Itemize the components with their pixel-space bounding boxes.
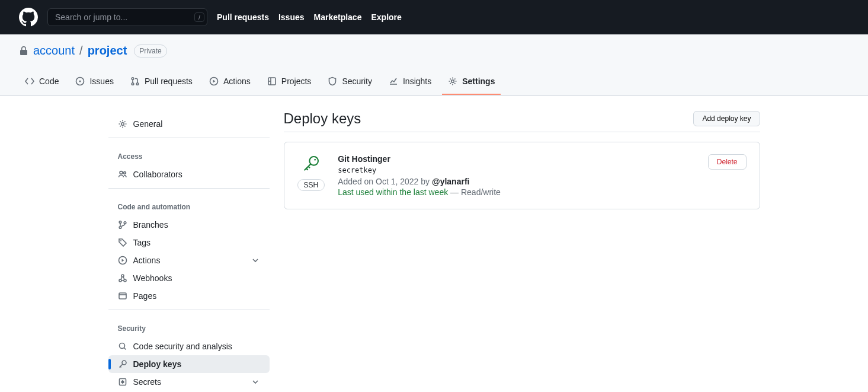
tag-icon	[118, 238, 127, 247]
repo-tabs: Code Issues Pull requests Actions Projec…	[0, 72, 868, 95]
svg-rect-19	[119, 293, 126, 299]
sidebar-item-deploy-keys[interactable]: Deploy keys	[108, 355, 270, 373]
tab-label: Settings	[462, 77, 495, 86]
svg-point-11	[119, 221, 121, 224]
deploy-key-author[interactable]: @ylanarfi	[432, 177, 469, 186]
deploy-key-icon-column: SSH	[297, 154, 325, 191]
settings-layout: General Access Collaborators Code and au…	[108, 110, 760, 392]
tab-insights[interactable]: Insights	[383, 72, 437, 95]
svg-point-18	[124, 279, 126, 282]
deploy-key-card: SSH Git Hostinger secretkey Added on Oct…	[284, 142, 760, 209]
svg-point-4	[136, 83, 139, 85]
sidebar-item-label: Pages	[133, 291, 157, 301]
page-title: Deploy keys	[284, 110, 694, 127]
tab-settings[interactable]: Settings	[442, 72, 501, 95]
svg-point-10	[123, 172, 126, 174]
access-level: Read/write	[461, 187, 501, 197]
svg-point-23	[309, 157, 318, 165]
sidebar-item-label: General	[133, 119, 163, 129]
meta-date: Oct 1, 2022	[376, 177, 418, 186]
webhook-icon	[118, 273, 127, 283]
tab-projects[interactable]: Projects	[261, 72, 318, 95]
sidebar-item-label: Deploy keys	[133, 359, 182, 369]
lock-icon	[19, 46, 28, 56]
tab-security[interactable]: Security	[322, 72, 378, 95]
search-shortcut-badge: /	[194, 12, 204, 22]
deploy-key-status: Last used within the last week — Read/wr…	[338, 187, 695, 197]
chevron-down-icon	[251, 377, 260, 387]
sidebar-heading-automation: Code and automation	[108, 193, 270, 216]
github-logo-icon[interactable]	[19, 8, 38, 27]
svg-point-14	[120, 240, 121, 241]
key-icon	[302, 154, 321, 173]
svg-point-2	[132, 78, 134, 80]
tab-pull-requests[interactable]: Pull requests	[124, 72, 198, 95]
sidebar-item-label: Tags	[133, 238, 151, 247]
sidebar-item-code-security[interactable]: Code security and analysis	[108, 337, 270, 355]
sidebar-item-branches[interactable]: Branches	[108, 216, 270, 234]
svg-point-17	[119, 279, 121, 282]
sidebar-item-pages[interactable]: Pages	[108, 287, 270, 305]
sidebar-item-webhooks[interactable]: Webhooks	[108, 269, 270, 287]
nav-pull-requests[interactable]: Pull requests	[217, 12, 269, 22]
gear-icon	[448, 77, 457, 86]
last-used-text: Last used within the last week	[338, 187, 448, 197]
svg-point-9	[120, 171, 123, 174]
chevron-down-icon	[251, 256, 260, 265]
tab-actions[interactable]: Actions	[203, 72, 257, 95]
deploy-key-body: Git Hostinger secretkey Added on Oct 1, …	[338, 154, 695, 197]
sidebar-item-tags[interactable]: Tags	[108, 234, 270, 251]
tab-label: Security	[342, 77, 372, 86]
global-nav: Pull requests Issues Marketplace Explore	[217, 12, 402, 22]
svg-point-8	[121, 123, 124, 126]
sidebar-item-label: Collaborators	[133, 170, 182, 179]
breadcrumb-separator: /	[79, 44, 83, 58]
code-icon	[25, 77, 34, 86]
repo-header: account / project Private Code Issues Pu…	[0, 34, 868, 96]
sidebar-item-label: Code security and analysis	[133, 342, 232, 351]
project-icon	[267, 77, 277, 86]
global-header: / Pull requests Issues Marketplace Explo…	[0, 0, 868, 34]
svg-point-16	[121, 275, 124, 277]
tab-issues[interactable]: Issues	[69, 72, 119, 95]
deploy-key-added-meta: Added on Oct 1, 2022 by @ylanarfi	[338, 177, 695, 186]
key-icon	[118, 359, 127, 369]
settings-content: Deploy keys Add deploy key SSH Git Hosti…	[284, 110, 760, 392]
repo-name-link[interactable]: project	[88, 44, 127, 58]
sidebar-item-label: Secrets	[133, 377, 161, 387]
tab-label: Pull requests	[145, 77, 193, 86]
delete-key-button[interactable]: Delete	[708, 154, 747, 170]
scan-icon	[118, 342, 127, 351]
sidebar-item-collaborators[interactable]: Collaborators	[108, 165, 270, 183]
sidebar-heading-access: Access	[108, 143, 270, 165]
nav-issues[interactable]: Issues	[278, 12, 305, 22]
svg-point-3	[132, 83, 134, 85]
tab-label: Actions	[223, 77, 251, 86]
access-separator: —	[448, 187, 461, 197]
svg-point-1	[79, 81, 81, 82]
tab-label: Insights	[403, 77, 431, 86]
nav-explore[interactable]: Explore	[371, 12, 401, 22]
key-type-badge: SSH	[297, 179, 325, 191]
repo-owner-link[interactable]: account	[33, 44, 75, 58]
sidebar-item-label: Actions	[133, 256, 161, 265]
tab-code[interactable]: Code	[19, 72, 65, 95]
nav-marketplace[interactable]: Marketplace	[314, 12, 362, 22]
sidebar-item-actions[interactable]: Actions	[108, 251, 270, 269]
add-deploy-key-button[interactable]: Add deploy key	[693, 111, 760, 126]
sidebar-heading-security: Security	[108, 315, 270, 337]
gear-icon	[118, 119, 127, 129]
search-input[interactable]	[47, 8, 207, 26]
svg-point-20	[119, 343, 124, 349]
tab-label: Code	[39, 77, 59, 86]
svg-point-24	[314, 159, 316, 161]
people-icon	[118, 170, 127, 179]
settings-sidebar: General Access Collaborators Code and au…	[108, 110, 284, 392]
visibility-badge: Private	[134, 44, 166, 58]
sidebar-item-label: Webhooks	[133, 273, 172, 283]
sidebar-item-secrets[interactable]: Secrets	[108, 373, 270, 391]
deploy-key-title: Git Hostinger	[338, 154, 695, 164]
sidebar-item-general[interactable]: General	[108, 115, 270, 133]
meta-text: Added on	[338, 177, 376, 186]
meta-text: by	[418, 177, 432, 186]
